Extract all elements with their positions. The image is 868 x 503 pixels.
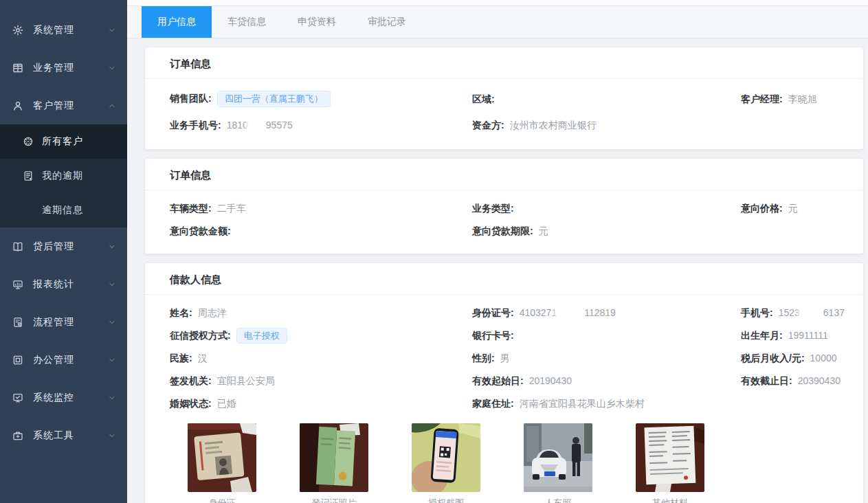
field-label: 银行卡号: (472, 330, 514, 341)
field-credit-auth-method: 征信授权方式:电子授权 (170, 328, 472, 344)
photo-paper-doc-photo[interactable]: 其他材料 (636, 423, 704, 503)
phone-auth-photo-image (412, 423, 480, 492)
tab-bar: 用户信息车贷信息申贷资料审批记录 (127, 6, 868, 38)
wheel-icon (23, 136, 34, 147)
chevron-down-icon (108, 318, 116, 326)
sidebar-item-system-management[interactable]: 系统管理 (0, 11, 127, 49)
field-label: 签发机关: (170, 375, 212, 386)
toolbox-icon (12, 430, 23, 441)
book-icon (12, 241, 23, 252)
tag-sales-team[interactable]: 四团一营（直属王鹏飞） (217, 91, 331, 107)
field-value: 20190430 (529, 375, 572, 386)
field-id-number: 身份证号:4103271112819 (472, 306, 741, 320)
green-book-photo-image (300, 423, 368, 492)
field-value: 10000 (810, 353, 837, 364)
masked-segment (800, 307, 823, 317)
field-intent-loan-amount: 意向贷款金额: (170, 225, 472, 238)
field-value: 李晓旭 (788, 93, 817, 104)
photo-phone-auth-photo[interactable]: 授权截图 (412, 423, 480, 503)
field-value: 汝州市农村商业银行 (510, 120, 597, 131)
field-label: 出生年月: (741, 330, 783, 341)
field-valid-to: 有效截止日:20390430 (741, 375, 841, 388)
card-body: 车辆类型:二手车业务类型:意向价格:元意向贷款金额:意向贷款期限:元 (145, 190, 863, 254)
sidebar-item-post-loan-management[interactable]: 贷后管理 (0, 227, 127, 265)
tag-credit-auth-method[interactable]: 电子授权 (236, 328, 287, 344)
sidebar-menu: 系统管理业务管理客户管理所有客户我的逾期逾期信息贷后管理报表统计流程管理办公管理… (0, 0, 127, 454)
sidebar-item-label: 流程管理 (33, 316, 108, 328)
gear-icon (12, 25, 23, 36)
field-label: 身份证号: (472, 307, 514, 318)
sidebar-item-customer-management[interactable]: 客户管理 (0, 87, 127, 124)
sidebar-submenu: 所有客户我的逾期逾期信息 (0, 124, 127, 227)
field-value: 元 (788, 203, 798, 214)
photo-caption: 其他材料 (636, 497, 704, 503)
chevron-up-icon (108, 102, 116, 110)
field-value: 181095575 (227, 120, 293, 131)
card-title: 订单信息 (145, 159, 863, 190)
tab-user-info[interactable]: 用户信息 (142, 6, 212, 38)
chevron-down-icon (108, 280, 116, 289)
field-label: 姓名: (170, 307, 192, 318)
field-label: 性别: (472, 353, 495, 364)
sidebar-item-process-management[interactable]: 流程管理 (0, 303, 127, 341)
main-area: 用户信息车贷信息申贷资料审批记录 订单信息销售团队:四团一营（直属王鹏飞）区域:… (127, 0, 868, 503)
monitor-check-icon (12, 392, 23, 403)
sidebar-item-system-monitor[interactable]: 系统监控 (0, 379, 127, 416)
field-name: 姓名:周志洋 (170, 306, 472, 320)
chevron-down-icon (108, 26, 116, 34)
photo-caption: 人车照 (524, 497, 592, 503)
photo-car-person-photo[interactable]: 人车照 (524, 423, 592, 503)
field-label: 有效起始日: (472, 375, 524, 386)
field-value: 河南省宜阳县花果山乡木柴村 (520, 398, 645, 409)
field-row: 意向贷款金额:意向贷款期限:元 (170, 220, 838, 243)
field-value: 二手车 (217, 203, 246, 214)
photo-id-card-photo[interactable]: 身份证 (188, 423, 256, 503)
field-row: 车辆类型:二手车业务类型:意向价格:元 (170, 197, 838, 220)
photo-caption: 身份证 (188, 497, 256, 503)
field-home-address: 家庭住址:河南省宜阳县花果山乡木柴村 (472, 397, 741, 410)
tab-loan-application-docs[interactable]: 申贷资料 (282, 6, 352, 38)
field-label: 区域: (472, 93, 495, 104)
field-value: 周志洋 (198, 307, 227, 318)
field-intent-price: 意向价格:元 (741, 202, 838, 215)
sidebar-item-overdue-info[interactable]: 逾期信息 (0, 193, 127, 227)
sidebar-item-label: 业务管理 (33, 62, 108, 74)
content-area: 订单信息销售团队:四团一营（直属王鹏飞）区域:客户经理:李晓旭业务手机号:181… (127, 38, 868, 503)
sidebar: 系统管理业务管理客户管理所有客户我的逾期逾期信息贷后管理报表统计流程管理办公管理… (0, 0, 127, 503)
sidebar-item-label: 系统管理 (33, 24, 108, 36)
field-issuing-authority: 签发机关:宜阳县公安局 (170, 375, 472, 388)
tab-approval-records[interactable]: 审批记录 (352, 6, 422, 38)
sidebar-item-label: 系统监控 (33, 392, 108, 404)
photo-caption: 登记证照片 (300, 497, 368, 503)
field-vehicle-type: 车辆类型:二手车 (170, 202, 472, 215)
sidebar-item-system-tools[interactable]: 系统工具 (0, 416, 127, 454)
field-region: 区域: (472, 93, 741, 106)
tab-car-loan-info[interactable]: 车贷信息 (212, 6, 282, 38)
sidebar-item-my-overdue[interactable]: 我的逾期 (0, 159, 127, 193)
chevron-down-icon (108, 64, 116, 72)
field-row: 业务手机号:181095575资金方:汝州市农村商业银行 (170, 112, 838, 138)
masked-segment (248, 120, 266, 130)
sidebar-item-office-management[interactable]: 办公管理 (0, 341, 127, 379)
sidebar-item-business-management[interactable]: 业务管理 (0, 49, 127, 87)
field-value: 19911111 (788, 330, 828, 341)
user-icon (12, 100, 23, 111)
sidebar-item-report-statistics[interactable]: 报表统计 (0, 265, 127, 303)
field-valid-from: 有效起始日:20190430 (472, 375, 741, 388)
field-row: 征信授权方式:电子授权银行卡号:出生年月:19911111 (170, 324, 838, 347)
field-bank-card: 银行卡号: (472, 329, 741, 342)
field-marital-status: 婚姻状态:已婚 (170, 397, 472, 410)
card-title: 借款人信息 (145, 263, 863, 295)
field-label: 资金方: (472, 120, 504, 131)
field-value: 宜阳县公安局 (217, 375, 275, 386)
field-mobile: 手机号:15236137 (741, 306, 845, 320)
field-value: 15236137 (779, 307, 845, 318)
field-monthly-income: 税后月收入/元:10000 (741, 352, 838, 365)
sidebar-item-all-customers[interactable]: 所有客户 (0, 124, 127, 159)
field-sales-team: 销售团队:四团一营（直属王鹏飞） (170, 91, 472, 107)
field-label: 车辆类型: (170, 203, 212, 214)
photo-green-book-photo[interactable]: 登记证照片 (300, 423, 368, 503)
chevron-down-icon (108, 432, 116, 440)
field-label: 婚姻状态: (170, 398, 212, 409)
field-label: 民族: (170, 353, 192, 364)
